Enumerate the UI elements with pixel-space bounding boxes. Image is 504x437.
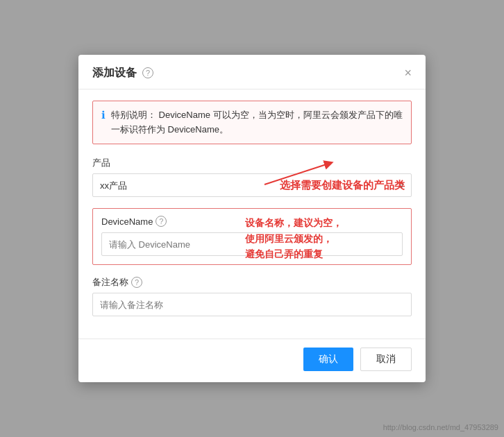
product-field: 产品 xx产品 ∨ 选择需要创建设备的产品类	[92, 157, 412, 197]
product-select[interactable]: xx产品	[92, 173, 412, 197]
help-icon[interactable]: ?	[142, 67, 153, 78]
watermark: http://blog.csdn.net/md_47953289	[383, 423, 498, 431]
notice-text: 特别说明： DeviceName 可以为空，当为空时，阿里云会颁发产品下的唯一标…	[111, 108, 403, 137]
device-name-help-icon[interactable]: ?	[156, 216, 167, 227]
alias-field: 备注名称 ?	[92, 276, 412, 316]
confirm-button[interactable]: 确认	[303, 348, 353, 371]
dialog: 添加设备 ? × ℹ 特别说明： DeviceName 可以为空，当为空时，阿里…	[78, 55, 426, 383]
cancel-button[interactable]: 取消	[360, 348, 412, 371]
modal-header: 添加设备 ? ×	[78, 55, 426, 89]
info-icon: ℹ	[101, 109, 106, 121]
notice-box: ℹ 特别说明： DeviceName 可以为空，当为空时，阿里云会颁发产品下的唯…	[92, 101, 412, 145]
modal-body: ℹ 特别说明： DeviceName 可以为空，当为空时，阿里云会颁发产品下的唯…	[78, 89, 426, 339]
alias-help-icon[interactable]: ?	[131, 277, 142, 288]
device-name-input[interactable]	[101, 232, 403, 256]
product-label: 产品	[92, 157, 412, 169]
device-name-section: DeviceName ? 设备名称，建议为空， 使用阿里云颁发的， 避免自己弄的…	[92, 208, 412, 265]
modal-title-row: 添加设备 ?	[92, 66, 153, 80]
device-name-box: DeviceName ?	[92, 208, 412, 265]
close-button[interactable]: ×	[404, 67, 412, 79]
alias-label: 备注名称 ?	[92, 276, 412, 289]
modal-title: 添加设备	[92, 66, 137, 80]
modal-overlay: 添加设备 ? × ℹ 特别说明： DeviceName 可以为空，当为空时，阿里…	[0, 0, 504, 437]
alias-input[interactable]	[92, 293, 412, 316]
product-select-wrapper: xx产品 ∨	[92, 173, 412, 197]
modal-footer: 确认 取消	[78, 339, 426, 382]
device-name-label: DeviceName ?	[101, 216, 403, 227]
